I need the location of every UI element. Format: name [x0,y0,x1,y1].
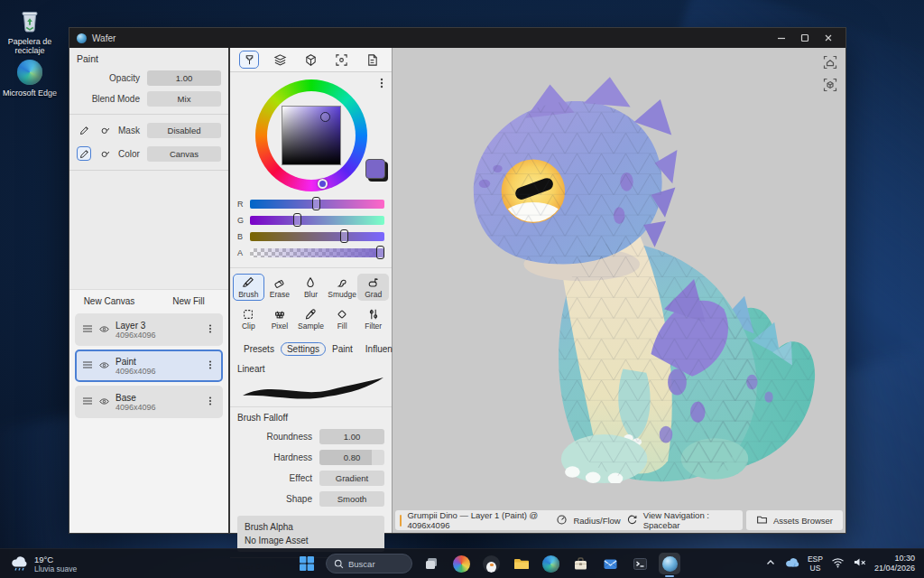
toolbox-app-icon[interactable] [569,553,591,574]
layer-item-base[interactable]: Base 4096x4096 [75,386,223,418]
terminal-app-icon[interactable] [629,553,651,574]
mask-row: Mask Disabled [69,118,228,142]
assets-browser-button[interactable]: Assets Browser [746,510,843,530]
green-slider[interactable] [250,216,384,225]
mesh-mode-icon[interactable] [300,51,320,69]
tool-blur[interactable]: Blur [295,274,327,301]
task-view-icon[interactable] [420,553,442,574]
window-titlebar[interactable]: Wafer [69,28,845,48]
tool-sample[interactable]: Sample [295,305,327,332]
window-title: Wafer [92,33,116,43]
blend-mode-value[interactable]: Mix [147,91,221,107]
alpha-slider[interactable] [250,248,384,257]
tool-filter[interactable]: Filter [357,305,389,332]
layer-item-paint[interactable]: Paint 4096x4096 [75,350,223,382]
layer-item-layer3[interactable]: Layer 3 4096x4096 [75,313,223,346]
radius-dial-icon[interactable] [556,514,568,527]
eye-icon[interactable] [98,359,110,373]
tool-brush[interactable]: Brush [233,274,264,301]
tray-chevron-icon[interactable] [765,555,776,572]
channel-label: A [237,248,245,257]
color-paint-icon[interactable] [77,146,91,161]
tool-erase[interactable]: Erase [264,274,296,301]
current-color-swatch[interactable] [365,159,385,179]
divider [69,170,228,171]
color-wheel[interactable] [255,79,367,191]
shape-value[interactable]: Smooth [319,491,384,507]
mask-visibility-icon[interactable] [97,123,112,137]
red-slider[interactable] [250,200,384,209]
new-fill-button[interactable]: New Fill [149,296,228,306]
photos-app-icon[interactable] [450,553,472,574]
frame-home-icon[interactable] [822,54,838,70]
volume-muted-icon[interactable] [853,555,866,572]
tab-settings[interactable]: Settings [281,342,326,356]
onedrive-icon[interactable] [784,555,799,572]
new-canvas-button[interactable]: New Canvas [69,296,149,306]
tool-fill[interactable]: Fill [327,305,358,332]
drag-handle-icon[interactable] [82,359,93,372]
kebab-menu-icon[interactable] [205,396,216,408]
eye-icon[interactable] [98,323,110,337]
slider-handle[interactable] [312,197,320,210]
mask-paint-icon[interactable] [77,123,91,137]
dino-model[interactable] [443,71,836,483]
drag-handle-icon[interactable] [82,396,93,408]
drag-handle-icon[interactable] [82,323,93,336]
sv-indicator[interactable] [320,112,330,122]
tool-smudge[interactable]: Smudge [327,274,358,301]
color-visibility-icon[interactable] [97,146,112,161]
search-input[interactable] [348,559,402,569]
blue-slider[interactable] [250,232,384,241]
weather-widget[interactable]: 19°C Lluvia suave [0,555,135,573]
roundness-value[interactable]: 1.00 [319,429,384,444]
slider-handle[interactable] [376,246,384,259]
color-options-kebab-icon[interactable] [376,77,387,91]
rotate-icon[interactable] [626,514,638,527]
desktop-icon-edge[interactable]: Microsoft Edge [2,60,58,98]
maximize-button[interactable] [795,31,815,45]
divider [69,114,228,115]
tool-clip[interactable]: Clip [233,305,264,332]
file-explorer-icon[interactable] [510,553,531,574]
tool-pixel[interactable]: Pixel [264,305,296,332]
opacity-value[interactable]: 1.00 [147,70,221,86]
radius-flow-label[interactable]: Radius/Flow [573,516,620,526]
kebab-menu-icon[interactable] [205,359,216,372]
slider-handle[interactable] [340,229,348,243]
clock-widget[interactable]: 10:30 21/04/2026 [874,554,915,574]
start-button[interactable] [296,553,318,574]
desktop-icon-label: Papelera de reciclaje [8,37,52,55]
minimize-button[interactable] [772,31,791,45]
system-tray: ESP US 10:30 21/04/2026 [765,554,924,574]
tool-grad[interactable]: Grad [357,274,389,301]
eye-icon[interactable] [98,396,110,409]
brush-alpha-box[interactable]: Brush Alpha No Image Asset [237,516,384,552]
close-button[interactable] [818,31,838,45]
saturation-value-box[interactable] [282,106,341,165]
layers-mode-icon[interactable] [270,51,290,69]
desktop-icon-recycle-bin[interactable]: Papelera de reciclaje [2,7,58,56]
projection-mode-icon[interactable] [332,51,352,69]
paint-mode-icon[interactable] [239,51,259,69]
kebab-menu-icon[interactable] [205,323,216,336]
viewport-3d[interactable]: Grumpii Dino — Layer 1 (Paint) @ 4096x40… [393,48,845,533]
effect-value[interactable]: Gradient [319,471,384,486]
wafer-taskbar-icon[interactable] [659,553,680,574]
tab-paint[interactable]: Paint [326,342,359,356]
frame-object-icon[interactable] [822,77,838,93]
file-mode-icon[interactable] [363,51,383,69]
hue-indicator[interactable] [318,179,328,189]
mask-value[interactable]: Disabled [147,123,221,138]
slider-handle[interactable] [293,213,301,227]
mail-app-icon[interactable] [599,553,621,574]
taskbar-search[interactable] [326,554,412,573]
tab-presets[interactable]: Presets [237,342,281,356]
color-value[interactable]: Canvas [147,146,221,162]
penguin-app-icon[interactable] [480,553,502,574]
hardness-value[interactable]: 0.80 [319,450,384,465]
wifi-icon[interactable] [831,555,845,572]
edge-taskbar-icon[interactable] [540,553,561,574]
language-indicator[interactable]: ESP US [808,555,823,573]
falloff-title: Brush Falloff [230,411,392,426]
